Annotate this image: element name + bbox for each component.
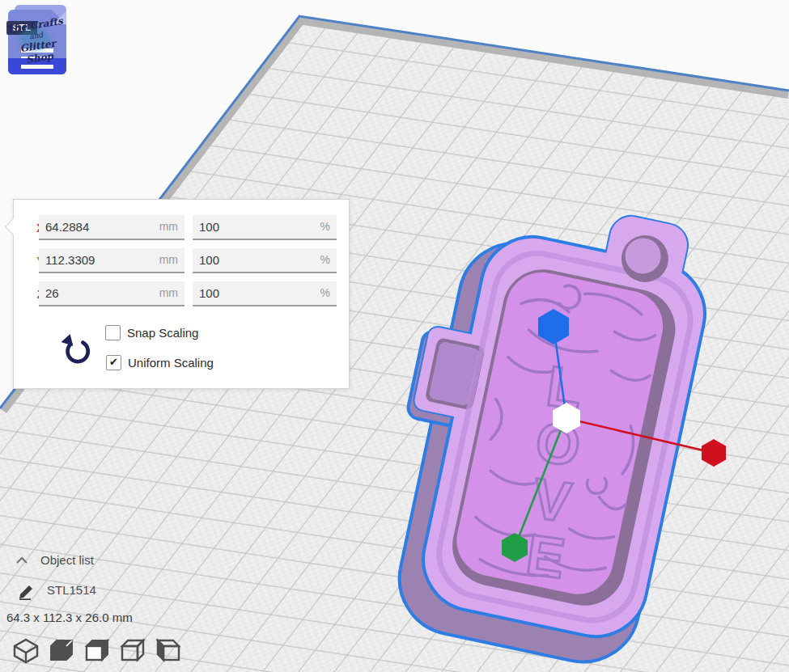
view-front-icon	[47, 637, 76, 665]
y-size-input[interactable]	[45, 248, 147, 272]
view-right-button[interactable]	[154, 637, 183, 665]
stl-file-logo: STL The Crafts and Glitter Shop	[6, 3, 68, 78]
view-top-button[interactable]	[83, 637, 112, 665]
pencil-edit-icon	[18, 581, 39, 600]
scale-tool-panel: X mm % Y mm % Z mm % Snap Scaling ✔ Unif…	[13, 199, 350, 389]
z-percent-field: %	[193, 281, 337, 306]
percent-unit-label: %	[320, 286, 330, 299]
mm-unit-label: mm	[159, 220, 178, 233]
z-percent-input[interactable]	[199, 281, 300, 305]
percent-unit-label: %	[320, 253, 330, 266]
view-right-icon	[154, 637, 183, 665]
chevron-up-icon	[15, 556, 29, 565]
mm-unit-label: mm	[159, 286, 178, 299]
camera-view-toolbar	[11, 637, 183, 665]
uniform-scaling-checkbox[interactable]: ✔	[106, 355, 121, 370]
view-3d-icon	[11, 637, 40, 665]
view-3d-button[interactable]	[11, 637, 40, 665]
snap-scaling-label[interactable]: Snap Scaling	[127, 326, 198, 340]
x-size-field: mm	[39, 215, 185, 240]
snap-scaling-checkbox[interactable]	[105, 325, 121, 340]
view-left-icon	[118, 637, 147, 665]
y-percent-field: %	[193, 248, 337, 273]
x-percent-field: %	[193, 215, 337, 240]
x-percent-input[interactable]	[199, 215, 300, 239]
object-name: STL1514	[47, 583, 96, 597]
y-size-field: mm	[39, 248, 185, 273]
reset-rotate-icon	[59, 332, 93, 366]
view-left-button[interactable]	[118, 637, 147, 665]
y-percent-input[interactable]	[199, 248, 300, 272]
x-size-input[interactable]	[45, 215, 147, 239]
uniform-scaling-label[interactable]: Uniform Scaling	[128, 356, 214, 370]
object-dimensions: 64.3 x 112.3 x 26.0 mm	[6, 611, 133, 624]
view-front-button[interactable]	[47, 637, 76, 665]
uniform-check-glyph: ✔	[109, 356, 118, 368]
view-top-icon	[83, 637, 112, 665]
z-size-input[interactable]	[45, 281, 147, 305]
object-list-title: Object list	[40, 553, 94, 567]
reset-scale-button[interactable]	[59, 332, 93, 366]
shop-watermark: The Crafts and Glitter Shop	[5, 15, 70, 70]
mm-unit-label: mm	[159, 253, 178, 266]
percent-unit-label: %	[320, 220, 330, 233]
z-size-field: mm	[39, 281, 185, 306]
